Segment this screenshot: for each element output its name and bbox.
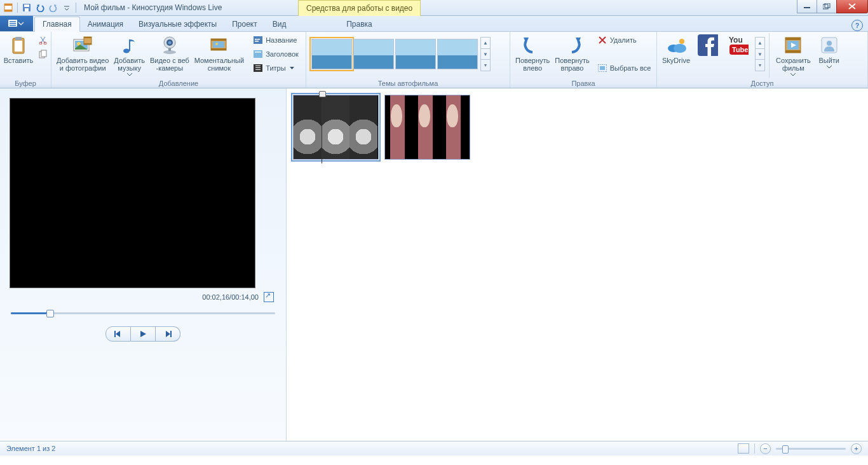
rotate-left-button[interactable]: Повернутьвлево (513, 33, 552, 73)
tab-view[interactable]: Вид (265, 17, 294, 31)
save-icon[interactable] (21, 2, 32, 13)
youtube-button[interactable]: YouTube (723, 33, 754, 58)
playhead[interactable] (322, 92, 322, 163)
timeline-clip-2[interactable] (384, 95, 470, 160)
tab-edit[interactable]: Правка (298, 17, 421, 31)
save-movie-button[interactable]: Сохранитьфильм (773, 33, 813, 78)
maximize-button[interactable] (817, 0, 837, 13)
delete-icon (597, 35, 607, 45)
cut-button[interactable] (36, 33, 51, 47)
credits-button[interactable]: Титры (250, 61, 301, 75)
tab-animation[interactable]: Анимация (80, 17, 131, 31)
tab-home[interactable]: Главная (34, 17, 80, 32)
ribbon: Вставить Буфер Добавить видеои фотографи… (0, 32, 868, 88)
svg-rect-10 (10, 21, 16, 22)
skydrive-button[interactable]: SkyDrive (660, 33, 693, 66)
zoom-out-button[interactable]: − (760, 443, 771, 454)
svg-rect-4 (24, 4, 29, 7)
add-music-button[interactable]: Добавитьмузыку (111, 33, 147, 78)
copy-button[interactable] (36, 47, 51, 61)
timeline-pane[interactable] (287, 88, 868, 441)
svg-rect-6 (804, 7, 810, 8)
svg-rect-7 (823, 4, 828, 9)
fullscreen-icon[interactable] (264, 292, 274, 302)
preview-pane: 00:02,16/00:14,00 (0, 88, 287, 441)
svg-rect-34 (211, 39, 226, 41)
delete-button[interactable]: Удалить (595, 33, 654, 47)
redo-icon[interactable] (48, 2, 59, 13)
qat-dropdown-icon[interactable] (61, 2, 72, 13)
select-all-button[interactable]: Выбрать все (595, 61, 654, 75)
playback-time: 00:02,16/00:14,00 (202, 293, 259, 301)
svg-rect-12 (10, 25, 16, 26)
copy-icon (38, 49, 48, 59)
minimize-button[interactable] (797, 0, 817, 13)
title-button[interactable]: Название (250, 33, 301, 47)
zoom-in-button[interactable]: + (851, 443, 862, 454)
preview-screen[interactable] (10, 98, 255, 288)
svg-rect-14 (15, 41, 22, 52)
webcam-icon (159, 35, 180, 55)
zoom-slider[interactable] (776, 448, 846, 450)
theme-thumb-4[interactable] (437, 39, 478, 69)
app-icon[interactable] (3, 2, 14, 13)
svg-rect-46 (255, 69, 261, 70)
prev-frame-button[interactable] (105, 326, 131, 342)
file-tab[interactable] (0, 16, 33, 31)
tab-visual-effects[interactable]: Визуальные эффекты (131, 17, 224, 31)
add-media-button[interactable]: Добавить видеои фотографии (54, 33, 111, 73)
next-frame-button[interactable] (156, 326, 180, 342)
svg-rect-58 (785, 50, 801, 53)
svg-rect-8 (825, 3, 830, 8)
svg-rect-35 (211, 48, 226, 50)
help-icon[interactable]: ? (851, 20, 863, 31)
tab-project[interactable]: Проект (224, 17, 265, 31)
group-label-editing: Правка (510, 79, 656, 88)
paste-button[interactable]: Вставить (3, 33, 34, 66)
timeline-clip-1[interactable] (293, 95, 379, 160)
view-toggle-icon[interactable] (738, 443, 749, 454)
select-all-icon (597, 63, 607, 73)
group-label-buffer: Буфер (0, 79, 51, 88)
svg-rect-11 (10, 23, 16, 24)
rotate-right-button[interactable]: Повернутьвправо (552, 33, 592, 73)
svg-point-61 (827, 41, 832, 46)
credits-icon (253, 63, 263, 73)
svg-rect-44 (255, 66, 261, 66)
svg-point-51 (679, 39, 684, 44)
title-icon (253, 35, 263, 45)
header-button[interactable]: Заголовок (250, 47, 301, 61)
svg-point-32 (168, 41, 171, 45)
status-bar: Элемент 1 из 2 − + (0, 441, 868, 455)
workspace: 00:02,16/00:14,00 (0, 88, 868, 441)
close-button[interactable] (836, 0, 868, 13)
theme-thumb-2[interactable] (353, 39, 394, 69)
svg-rect-48 (600, 66, 605, 70)
share-gallery-scroll[interactable]: ▲▼▾ (755, 37, 765, 71)
theme-thumb-1[interactable] (311, 39, 352, 69)
svg-rect-5 (25, 8, 29, 11)
svg-rect-2 (4, 10, 12, 11)
svg-text:You: You (729, 36, 743, 45)
svg-rect-25 (84, 43, 92, 45)
clipboard-icon (8, 35, 29, 55)
undo-icon[interactable] (34, 2, 46, 13)
svg-rect-1 (4, 4, 12, 6)
user-icon (819, 35, 839, 55)
play-button[interactable] (131, 326, 156, 342)
save-movie-icon (783, 35, 803, 55)
transport-controls (10, 326, 276, 342)
music-note-icon (119, 35, 140, 55)
photo-video-icon (72, 35, 93, 55)
svg-point-37 (215, 43, 218, 45)
seek-bar[interactable] (10, 309, 276, 317)
facebook-icon (698, 35, 718, 55)
exit-button[interactable]: Выйти (813, 33, 845, 70)
svg-rect-40 (255, 41, 259, 42)
facebook-button[interactable] (693, 33, 723, 58)
snapshot-button[interactable]: Моментальныйснимок (192, 33, 247, 73)
svg-rect-39 (255, 39, 260, 40)
theme-gallery-scroll[interactable]: ▲▼▾ (480, 37, 491, 71)
webcam-button[interactable]: Видео с веб-камеры (147, 33, 192, 73)
theme-thumb-3[interactable] (395, 39, 436, 69)
